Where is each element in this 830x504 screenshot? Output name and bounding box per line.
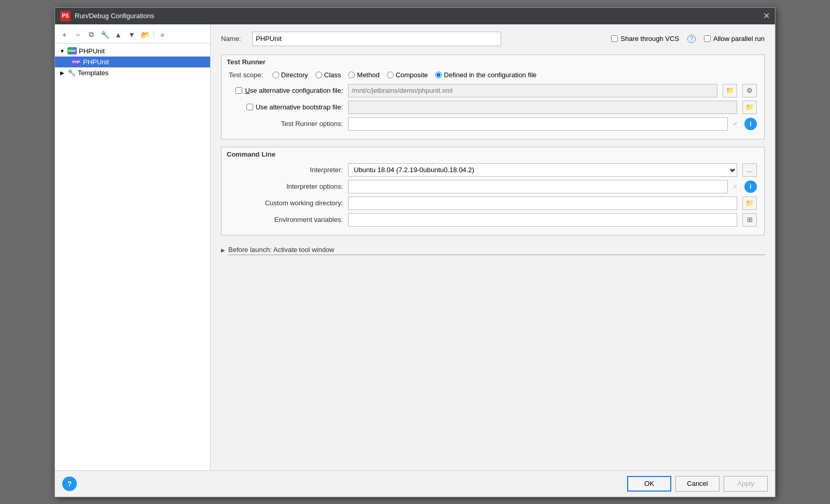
interpreter-options-info-button[interactable]: i: [744, 180, 757, 193]
alt-config-checkbox-label[interactable]: Use alternative configuration file:: [229, 87, 343, 94]
scope-method[interactable]: Method: [348, 71, 379, 79]
run-debug-dialog: PS Run/Debug Configurations ✕ + − ⧉ 🔧 ▲ …: [54, 7, 776, 497]
settings-config-button[interactable]: 🔧: [99, 29, 111, 41]
interpreter-select[interactable]: Ubuntu 18.04 (7.2.19-0ubuntu0.18.04.2): [348, 163, 737, 177]
more-button[interactable]: »: [156, 29, 169, 41]
env-vars-label: Environment variables:: [229, 216, 343, 223]
remove-config-button[interactable]: −: [72, 29, 84, 41]
scope-composite-radio[interactable]: [387, 72, 394, 78]
alt-config-row: Use alternative configuration file: 📁 ⚙: [229, 84, 757, 97]
working-dir-browse-button[interactable]: 📁: [742, 197, 757, 210]
main-content: Name: Share through VCS ? Allow parallel…: [211, 24, 775, 470]
share-vcs-label[interactable]: Share through VCS: [611, 35, 679, 43]
test-runner-info-button[interactable]: i: [744, 118, 757, 130]
working-dir-label: Custom working directory:: [229, 199, 343, 207]
alt-config-browse-button[interactable]: 📁: [723, 84, 737, 97]
interpreter-label: Interpreter:: [229, 166, 343, 174]
apply-button[interactable]: Apply: [724, 476, 768, 492]
alt-config-settings-button[interactable]: ⚙: [742, 84, 757, 97]
alt-bootstrap-label: Use alternative bootstrap file:: [256, 103, 343, 111]
name-row: Name: Share through VCS ? Allow parallel…: [221, 32, 765, 46]
alt-bootstrap-checkbox[interactable]: [246, 104, 253, 110]
alt-bootstrap-row: Use alternative bootstrap file: 📁: [229, 101, 757, 114]
test-runner-content: Test scope: Directory Class Method: [222, 68, 764, 139]
parallel-run-checkbox[interactable]: [704, 35, 711, 42]
share-vcs-text: Share through VCS: [620, 35, 679, 43]
interpreter-options-label: Interpreter options:: [229, 183, 343, 190]
command-line-content: Interpreter: Ubuntu 18.04 (7.2.19-0ubunt…: [222, 160, 764, 235]
test-runner-options-row: Test Runner options: ⤢ i: [229, 117, 757, 131]
test-scope-row: Test scope: Directory Class Method: [229, 71, 757, 79]
close-button[interactable]: ✕: [763, 12, 770, 20]
sidebar: + − ⧉ 🔧 ▲ ▼ 📂 » ▼ PHP PHPUnit PHP: [55, 24, 211, 470]
sidebar-group-phpunit-label: PHPUnit: [79, 47, 105, 55]
env-vars-table-button[interactable]: ⊞: [742, 213, 757, 227]
add-config-button[interactable]: +: [58, 29, 71, 41]
name-label: Name:: [221, 35, 247, 43]
dialog-title: Run/Debug Configurations: [75, 12, 154, 20]
scope-defined-radio[interactable]: [435, 72, 442, 78]
alt-bootstrap-input[interactable]: [348, 101, 737, 114]
before-launch-label: Before launch: Activate tool window: [228, 246, 765, 255]
phpunit-item-icon: PHP: [72, 58, 81, 65]
sidebar-item-templates[interactable]: ▶ 🔧 Templates: [55, 67, 210, 78]
vcs-help-icon[interactable]: ?: [687, 35, 696, 43]
sidebar-group-phpunit[interactable]: ▼ PHP PHPUnit: [55, 46, 210, 57]
interpreter-select-wrapper: Ubuntu 18.04 (7.2.19-0ubuntu0.18.04.2) ▼: [348, 163, 737, 177]
dialog-body: + − ⧉ 🔧 ▲ ▼ 📂 » ▼ PHP PHPUnit PHP: [55, 24, 775, 470]
before-launch-section[interactable]: ▶ Before launch: Activate tool window: [221, 243, 765, 258]
alt-config-checkbox[interactable]: [236, 87, 242, 94]
sidebar-item-phpunit-label: PHPUnit: [83, 58, 109, 66]
sidebar-toolbar: + − ⧉ 🔧 ▲ ▼ 📂 »: [55, 26, 210, 44]
working-dir-input[interactable]: [348, 197, 737, 210]
share-vcs-checkbox[interactable]: [611, 35, 618, 42]
alt-bootstrap-checkbox-label[interactable]: Use alternative bootstrap file:: [229, 103, 343, 111]
test-scope-label: Test scope:: [229, 71, 263, 79]
templates-wrench-icon: 🔧: [67, 69, 76, 77]
working-dir-row: Custom working directory: 📁: [229, 197, 757, 210]
app-icon: PS: [60, 11, 71, 21]
interpreter-more-button[interactable]: …: [742, 163, 757, 177]
scope-method-radio[interactable]: [348, 72, 355, 78]
scope-class-radio[interactable]: [315, 72, 322, 78]
sidebar-item-phpunit[interactable]: PHP PHPUnit: [55, 57, 210, 67]
help-button[interactable]: ?: [62, 477, 77, 491]
interpreter-options-row: Interpreter options: ⤢ i: [229, 180, 757, 193]
alt-config-label: Use alternative configuration file:: [245, 87, 343, 94]
alt-config-input[interactable]: [348, 84, 717, 97]
parallel-run-text: Allow parallel run: [713, 35, 765, 43]
interp-options-expand-icon: ⤢: [733, 184, 737, 189]
command-line-section: Command Line Interpreter: Ubuntu 18.04 (…: [221, 147, 765, 235]
parallel-run-label[interactable]: Allow parallel run: [704, 35, 765, 43]
sidebar-tree: ▼ PHP PHPUnit PHP PHPUnit ▶ 🔧 Templates: [55, 44, 210, 80]
scope-composite[interactable]: Composite: [387, 71, 428, 79]
scope-defined[interactable]: Defined in the configuration file: [435, 71, 537, 79]
ok-button[interactable]: OK: [627, 476, 671, 492]
move-up-button[interactable]: ▲: [112, 29, 125, 41]
scope-directory-radio[interactable]: [272, 72, 279, 78]
vcs-row: Share through VCS ? Allow parallel run: [611, 35, 765, 43]
title-bar: PS Run/Debug Configurations ✕: [55, 8, 775, 24]
cancel-button[interactable]: Cancel: [675, 476, 720, 492]
dialog-footer: ? OK Cancel Apply: [55, 470, 775, 497]
env-vars-input[interactable]: [348, 213, 737, 227]
footer-left: ?: [62, 477, 77, 491]
expand-icon: ⤢: [733, 121, 737, 127]
folder-button[interactable]: 📂: [139, 29, 151, 41]
alt-bootstrap-browse-button[interactable]: 📁: [742, 101, 757, 114]
title-bar-left: PS Run/Debug Configurations: [60, 11, 154, 21]
test-runner-options-label: Test Runner options:: [229, 120, 343, 128]
interpreter-row: Interpreter: Ubuntu 18.04 (7.2.19-0ubunt…: [229, 163, 757, 177]
env-vars-row: Environment variables: ⊞: [229, 213, 757, 227]
move-down-button[interactable]: ▼: [126, 29, 138, 41]
test-runner-title: Test Runner: [222, 55, 764, 68]
name-input[interactable]: [252, 32, 501, 46]
scope-class[interactable]: Class: [315, 71, 341, 79]
templates-arrow-icon: ▶: [59, 70, 65, 76]
scope-directory[interactable]: Directory: [272, 71, 308, 79]
toolbar-separator: [154, 31, 154, 39]
copy-config-button[interactable]: ⧉: [85, 29, 98, 41]
interpreter-options-input[interactable]: [348, 180, 728, 193]
test-runner-options-input[interactable]: [348, 117, 728, 131]
group-arrow-icon: ▼: [59, 48, 65, 54]
